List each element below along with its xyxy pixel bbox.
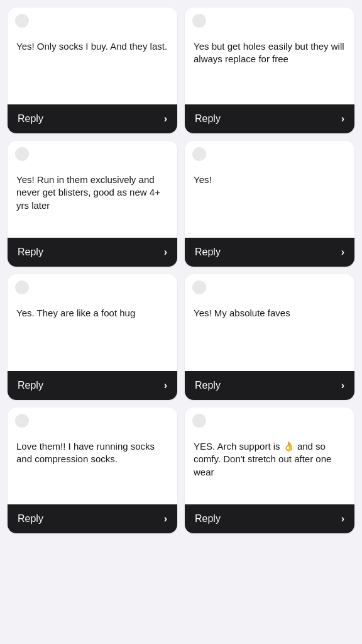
chevron-right-icon: ›	[164, 247, 167, 258]
reply-label: Reply	[18, 513, 43, 525]
avatar	[15, 280, 30, 296]
reply-button-4[interactable]: Reply›	[185, 238, 354, 267]
card-body-3: Yes! Run in them exclusively and never g…	[8, 141, 177, 238]
avatar-circle	[192, 147, 206, 161]
card-text-4: Yes!	[194, 174, 346, 186]
reply-button-5[interactable]: Reply›	[8, 371, 177, 400]
avatar-circle	[15, 14, 29, 28]
card-8: YES. Arch support is 👌 and so comfy. Don…	[185, 408, 354, 533]
reply-label: Reply	[18, 113, 43, 125]
chevron-right-icon: ›	[164, 513, 167, 525]
card-1: Yes! Only socks I buy. And they last.Rep…	[8, 8, 177, 133]
reply-label: Reply	[195, 513, 221, 525]
grid-container: Yes! Only socks I buy. And they last.Rep…	[0, 0, 362, 541]
card-3: Yes! Run in them exclusively and never g…	[8, 141, 177, 267]
avatar	[192, 147, 207, 162]
avatar-circle	[192, 414, 206, 428]
avatar-circle	[192, 14, 206, 28]
reply-label: Reply	[195, 380, 221, 391]
card-body-7: Love them!! I have running socks and com…	[8, 408, 177, 504]
chevron-right-icon: ›	[164, 380, 167, 391]
card-body-6: Yes! My absolute faves	[185, 274, 354, 371]
card-body-5: Yes. They are like a foot hug	[8, 274, 177, 371]
avatar-circle	[15, 147, 29, 161]
avatar	[15, 147, 30, 162]
avatar-circle	[192, 280, 206, 294]
card-text-8: YES. Arch support is 👌 and so comfy. Don…	[194, 440, 346, 479]
chevron-right-icon: ›	[164, 113, 167, 125]
avatar-circle	[15, 414, 29, 428]
card-7: Love them!! I have running socks and com…	[8, 408, 177, 533]
card-text-3: Yes! Run in them exclusively and never g…	[16, 174, 168, 212]
reply-button-1[interactable]: Reply›	[8, 104, 177, 133]
reply-button-6[interactable]: Reply›	[185, 371, 354, 400]
avatar	[192, 280, 207, 296]
chevron-right-icon: ›	[341, 247, 344, 258]
card-text-5: Yes. They are like a foot hug	[16, 307, 168, 319]
card-text-1: Yes! Only socks I buy. And they last.	[16, 40, 168, 53]
card-text-2: Yes but get holes easily but they will a…	[194, 40, 346, 66]
reply-label: Reply	[195, 113, 221, 125]
avatar	[192, 414, 207, 429]
chevron-right-icon: ›	[341, 513, 344, 525]
reply-button-2[interactable]: Reply›	[185, 104, 354, 133]
reply-button-3[interactable]: Reply›	[8, 238, 177, 267]
avatar	[15, 414, 30, 429]
card-text-6: Yes! My absolute faves	[194, 307, 346, 319]
chevron-right-icon: ›	[341, 113, 344, 125]
reply-label: Reply	[18, 380, 43, 391]
avatar-circle	[15, 280, 29, 294]
card-body-4: Yes!	[185, 141, 354, 238]
avatar	[15, 14, 30, 29]
chevron-right-icon: ›	[341, 380, 344, 391]
reply-label: Reply	[18, 247, 43, 258]
card-body-8: YES. Arch support is 👌 and so comfy. Don…	[185, 408, 354, 504]
card-text-7: Love them!! I have running socks and com…	[16, 440, 168, 466]
reply-label: Reply	[195, 247, 221, 258]
card-4: Yes!Reply›	[185, 141, 354, 267]
card-6: Yes! My absolute favesReply›	[185, 274, 354, 400]
card-2: Yes but get holes easily but they will a…	[185, 8, 354, 133]
card-body-1: Yes! Only socks I buy. And they last.	[8, 8, 177, 104]
avatar	[192, 14, 207, 29]
card-body-2: Yes but get holes easily but they will a…	[185, 8, 354, 104]
reply-button-8[interactable]: Reply›	[185, 504, 354, 533]
card-5: Yes. They are like a foot hugReply›	[8, 274, 177, 400]
reply-button-7[interactable]: Reply›	[8, 504, 177, 533]
